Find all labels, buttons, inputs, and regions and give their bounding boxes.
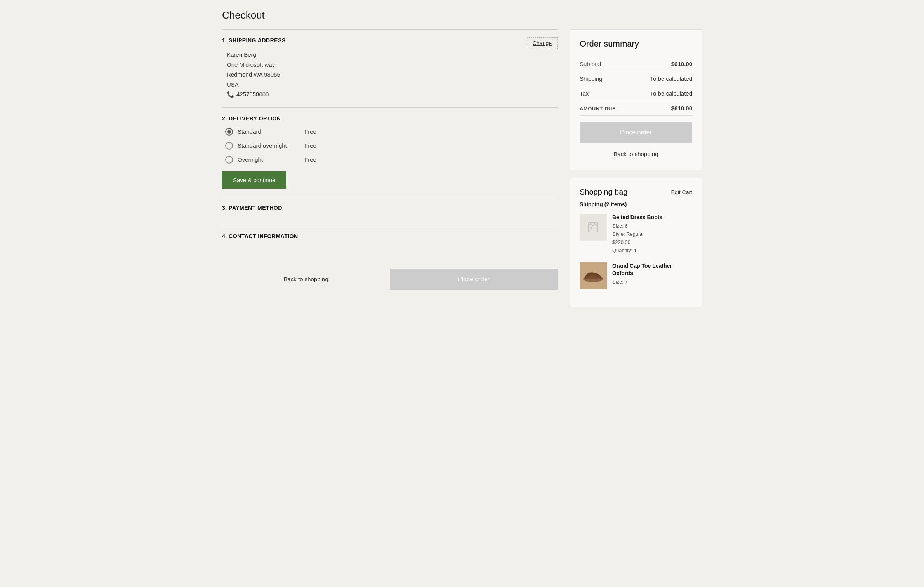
address-street: One Microsoft way [227, 60, 558, 70]
section-1-label: SHIPPING ADDRESS [229, 37, 286, 44]
page-container: Checkout 1. SHIPPING ADDRESS Change Kare… [210, 0, 714, 316]
payment-method-title: 3. PAYMENT METHOD [222, 205, 558, 211]
amount-due-value: $610.00 [671, 105, 692, 111]
item-2-name: Grand Cap Toe Leather Oxfords [612, 262, 692, 276]
overnight-price: Free [304, 156, 316, 163]
amount-due-label: AMOUNT DUE [580, 106, 616, 111]
shipping-label: Shipping [580, 75, 602, 82]
section-3-label: PAYMENT METHOD [229, 205, 282, 211]
shipping-address-section: 1. SHIPPING ADDRESS Change Karen Berg On… [222, 29, 558, 107]
back-to-shopping-link-right[interactable]: Back to shopping [580, 148, 692, 160]
bag-item-1: Belted Dress Boots Size: 6 Style: Regula… [580, 214, 692, 254]
back-to-shopping-link-bottom[interactable]: Back to shopping [222, 276, 390, 282]
contact-information-section: 4. CONTACT INFORMATION [222, 225, 558, 253]
tax-value: To be calculated [650, 90, 692, 97]
phone-icon: 📞 [227, 89, 234, 99]
item-1-price: $220.00 [612, 239, 692, 247]
right-column: Order summary Subtotal $610.00 Shipping … [570, 29, 702, 307]
item-1-style: Style: Regular [612, 230, 692, 239]
item-1-quantity: Quantity: 1 [612, 247, 692, 255]
item-1-details: Belted Dress Boots Size: 6 Style: Regula… [612, 214, 692, 254]
delivery-option-section: 2. DELIVERY OPTION Standard Free Standar… [222, 107, 558, 197]
tax-row: Tax To be calculated [580, 86, 692, 101]
subtotal-row: Subtotal $610.00 [580, 57, 692, 71]
phone-number: 4257058000 [236, 89, 269, 99]
item-2-image [580, 262, 607, 289]
amount-due-row: AMOUNT DUE $610.00 [580, 101, 692, 116]
section-3-number: 3. [222, 205, 227, 211]
standard-overnight-label: Standard overnight [238, 142, 300, 149]
shopping-bag-title: Shopping bag [580, 188, 627, 197]
delivery-options-list: Standard Free Standard overnight Free Ov… [222, 128, 558, 164]
radio-standard[interactable] [225, 128, 233, 136]
shopping-bag-header: Shopping bag Edit Cart [580, 188, 692, 197]
shipping-items-label: Shipping (2 items) [580, 201, 692, 207]
item-1-size: Size: 6 [612, 222, 692, 230]
section-2-label: DELIVERY OPTION [229, 115, 281, 122]
shipping-row: Shipping To be calculated [580, 71, 692, 86]
shipping-value: To be calculated [650, 75, 692, 82]
edit-cart-link[interactable]: Edit Cart [671, 189, 692, 195]
address-block: Karen Berg One Microsoft way Redmond WA … [222, 50, 558, 99]
item-2-details: Grand Cap Toe Leather Oxfords Size: 7 [612, 262, 692, 289]
contact-information-title: 4. CONTACT INFORMATION [222, 233, 558, 239]
save-continue-button[interactable]: Save & continue [222, 171, 286, 189]
delivery-option-standard[interactable]: Standard Free [225, 128, 558, 136]
shipping-address-header: 1. SHIPPING ADDRESS Change [222, 37, 558, 50]
delivery-option-title: 2. DELIVERY OPTION [222, 115, 558, 122]
address-phone: 📞 4257058000 [227, 89, 558, 99]
standard-label: Standard [238, 128, 300, 135]
shipping-address-title: 1. SHIPPING ADDRESS [222, 37, 286, 44]
tax-label: Tax [580, 90, 589, 97]
address-city-state-zip: Redmond WA 98055 [227, 70, 558, 80]
address-name: Karen Berg [227, 50, 558, 60]
bottom-actions: Back to shopping Place order [222, 263, 558, 296]
place-order-button-bottom: Place order [390, 269, 558, 290]
subtotal-label: Subtotal [580, 61, 601, 67]
standard-price: Free [304, 128, 316, 135]
radio-overnight[interactable] [225, 156, 233, 164]
item-1-info: Size: 6 Style: Regular $220.00 Quantity:… [612, 222, 692, 254]
shopping-bag-card: Shopping bag Edit Cart Shipping (2 items… [570, 178, 702, 307]
page-title: Checkout [222, 9, 702, 21]
order-summary-card: Order summary Subtotal $610.00 Shipping … [570, 29, 702, 170]
change-address-button[interactable]: Change [527, 37, 558, 49]
section-2-number: 2. [222, 115, 227, 122]
section-4-label: CONTACT INFORMATION [229, 233, 298, 239]
section-4-number: 4. [222, 233, 227, 239]
left-column: 1. SHIPPING ADDRESS Change Karen Berg On… [222, 29, 558, 296]
main-layout: 1. SHIPPING ADDRESS Change Karen Berg On… [222, 29, 702, 307]
item-1-name: Belted Dress Boots [612, 214, 692, 221]
radio-standard-overnight[interactable] [225, 142, 233, 150]
delivery-option-overnight[interactable]: Overnight Free [225, 156, 558, 164]
item-1-image [580, 214, 607, 241]
standard-overnight-price: Free [304, 142, 316, 149]
item-2-size: Size: 7 [612, 278, 692, 286]
order-summary-title: Order summary [580, 39, 692, 49]
address-country: USA [227, 80, 558, 90]
overnight-label: Overnight [238, 156, 300, 163]
svg-point-1 [591, 227, 592, 229]
delivery-option-standard-overnight[interactable]: Standard overnight Free [225, 142, 558, 150]
payment-method-section: 3. PAYMENT METHOD [222, 197, 558, 225]
item-2-info: Size: 7 [612, 278, 692, 286]
section-1-number: 1. [222, 37, 227, 44]
subtotal-value: $610.00 [671, 61, 692, 67]
place-order-button: Place order [580, 122, 692, 143]
bag-item-2: Grand Cap Toe Leather Oxfords Size: 7 [580, 262, 692, 289]
